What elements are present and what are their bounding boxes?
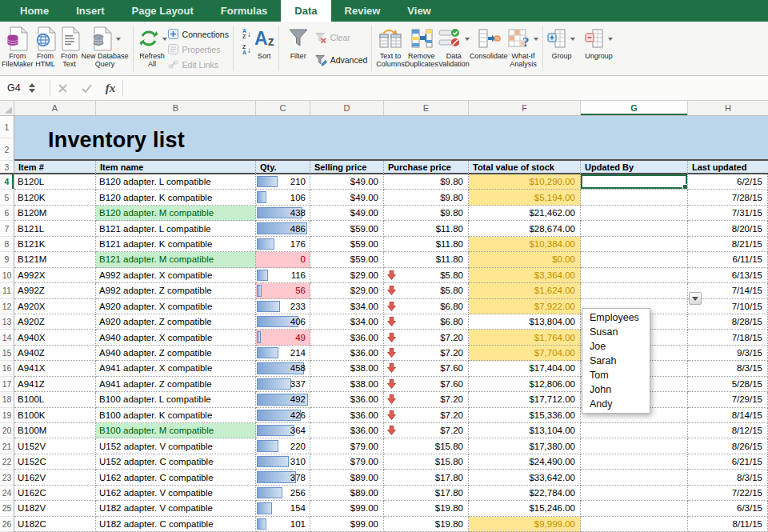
cell-purchase-price[interactable]: $7.20 <box>384 346 469 361</box>
cell-purchase-price[interactable]: $7.20 <box>384 392 469 407</box>
cell-selling-price[interactable]: $79.00 <box>310 454 384 470</box>
from-html-button[interactable]: From HTML <box>34 22 58 68</box>
cell-purchase-price[interactable]: $19.80 <box>384 517 469 532</box>
cell-purchase-price[interactable]: $6.80 <box>384 314 469 330</box>
formula-input[interactable] <box>123 76 768 100</box>
cell-qty[interactable]: 426 <box>256 408 310 423</box>
enter-button[interactable] <box>74 76 98 100</box>
cell-item-name[interactable]: A920 adapter. Z compatible <box>96 314 256 330</box>
cell-selling-price[interactable]: $29.00 <box>310 268 384 283</box>
cell-total-value[interactable]: $7,704.00 <box>469 346 581 361</box>
name-box[interactable]: G4 <box>0 76 50 100</box>
cell-updated-by[interactable] <box>581 517 688 532</box>
cell-last-updated[interactable]: 8/21/15 <box>688 237 768 252</box>
cell-purchase-price[interactable]: $7.60 <box>384 361 469 376</box>
row-number[interactable]: 23 <box>0 470 14 485</box>
cell-selling-price[interactable]: $36.00 <box>310 346 384 361</box>
cell-last-updated[interactable]: 7/31/15 <box>688 206 768 221</box>
ungroup-button[interactable]: Ungroup <box>575 22 622 60</box>
cell-item-number[interactable]: B120K <box>14 190 96 205</box>
cell-total-value[interactable]: $21,462.00 <box>469 206 581 221</box>
cell-item-number[interactable]: A941Z <box>14 377 96 392</box>
tab-page-layout[interactable]: Page Layout <box>118 0 207 22</box>
cell-purchase-price[interactable]: $5.80 <box>384 268 469 283</box>
cell-item-number[interactable]: B121L <box>14 221 96 236</box>
cell-item-name[interactable]: B121 adapter. L compatible <box>96 221 256 236</box>
cell-purchase-price[interactable]: $11.80 <box>384 221 469 236</box>
cell-item-number[interactable]: A920Z <box>14 314 96 330</box>
cell-item-number[interactable]: A920X <box>14 299 96 314</box>
cell-purchase-price[interactable]: $19.80 <box>384 501 469 516</box>
cell-last-updated[interactable]: 8/26/15 <box>688 438 768 454</box>
filter-button[interactable]: Filter <box>283 22 315 60</box>
header-purchase-price[interactable]: Purchase price <box>384 161 469 174</box>
cell-purchase-price[interactable]: $9.80 <box>384 174 469 190</box>
cell-item-name[interactable]: B120 adapter. L compatible <box>96 174 256 190</box>
cell-last-updated[interactable]: 7/22/15 <box>688 486 768 501</box>
cell-selling-price[interactable]: $89.00 <box>310 486 384 501</box>
cell-purchase-price[interactable]: $7.20 <box>384 423 469 438</box>
cell-qty[interactable]: 49 <box>256 330 310 345</box>
from-text-button[interactable]: From Text <box>58 22 82 68</box>
cell-selling-price[interactable]: $89.00 <box>310 470 384 485</box>
cell-item-number[interactable]: A941X <box>14 361 96 376</box>
column-header-e[interactable]: E <box>384 101 469 115</box>
header-last-updated[interactable]: Last updated <box>688 161 768 174</box>
properties-button[interactable]: Properties <box>167 42 229 57</box>
cell-total-value[interactable]: $1,624.00 <box>469 283 581 298</box>
column-header-b[interactable]: B <box>96 101 256 115</box>
cell-updated-by[interactable] <box>581 221 688 236</box>
cell-selling-price[interactable]: $34.00 <box>310 314 384 330</box>
refresh-all-button[interactable]: Refresh All <box>138 22 167 68</box>
cell-last-updated[interactable]: 7/29/15 <box>688 392 768 407</box>
cell-qty[interactable]: 116 <box>256 268 310 283</box>
row-number[interactable]: 19 <box>0 408 14 423</box>
cell-updated-by[interactable] <box>581 283 688 298</box>
cell-qty[interactable]: 310 <box>256 454 310 470</box>
cell-selling-price[interactable]: $36.00 <box>310 392 384 407</box>
cell-updated-by[interactable] <box>581 486 688 501</box>
cell-item-number[interactable]: A940X <box>14 330 96 345</box>
cell-updated-by[interactable] <box>581 268 688 283</box>
cell-last-updated[interactable]: 7/28/15 <box>688 190 768 205</box>
cell-updated-by[interactable] <box>581 438 688 454</box>
row-number[interactable]: 20 <box>0 423 14 438</box>
cell-purchase-price[interactable]: $7.60 <box>384 377 469 392</box>
cell-qty[interactable]: 458 <box>256 361 310 376</box>
cell-total-value[interactable]: $28,674.00 <box>469 221 581 236</box>
cell-updated-by[interactable] <box>581 423 688 438</box>
row-number[interactable]: 21 <box>0 438 14 454</box>
cell-last-updated[interactable]: 8/14/15 <box>688 408 768 423</box>
cell-purchase-price[interactable]: $7.20 <box>384 330 469 345</box>
consolidate-button[interactable]: Consolidate <box>470 22 508 60</box>
row-number[interactable]: 11 <box>0 283 14 298</box>
column-header-g[interactable]: G <box>581 101 688 115</box>
cell-qty[interactable]: 486 <box>256 221 310 236</box>
cell-selling-price[interactable]: $59.00 <box>310 221 384 236</box>
row-number[interactable]: 8 <box>0 237 14 252</box>
column-header-c[interactable]: C <box>256 101 310 115</box>
tab-view[interactable]: View <box>394 0 444 22</box>
dropdown-item[interactable]: Susan <box>582 325 650 339</box>
cell-purchase-price[interactable]: $11.80 <box>384 252 469 267</box>
header-updated-by[interactable]: Updated By <box>581 161 688 174</box>
cell-total-value[interactable]: $9,999.00 <box>469 517 581 532</box>
cell-selling-price[interactable]: $49.00 <box>310 190 384 205</box>
cell-purchase-price[interactable]: $17.80 <box>384 486 469 501</box>
cell-last-updated[interactable]: 6/2/15 <box>688 174 768 190</box>
cancel-button[interactable] <box>50 76 74 100</box>
row-number[interactable]: 26 <box>0 517 14 532</box>
cell-last-updated[interactable]: 8/3/15 <box>688 361 768 376</box>
select-all-corner[interactable] <box>0 101 14 115</box>
cell-total-value[interactable]: $17,404.00 <box>469 361 581 376</box>
cell-last-updated[interactable]: 5/28/15 <box>688 377 768 392</box>
header-total-value[interactable]: Total value of stock <box>469 161 581 174</box>
cell-item-name[interactable]: B120 adapter. K compatible <box>96 190 256 205</box>
cell-qty[interactable]: 337 <box>256 377 310 392</box>
cell-total-value[interactable]: $0.00 <box>469 252 581 267</box>
row-number[interactable]: 7 <box>0 221 14 236</box>
cell-total-value[interactable]: $5,194.00 <box>469 190 581 205</box>
cell-last-updated[interactable]: 9/3/15 <box>688 346 768 361</box>
cell-selling-price[interactable]: $59.00 <box>310 252 384 267</box>
cell-item-number[interactable]: B120M <box>14 206 96 221</box>
